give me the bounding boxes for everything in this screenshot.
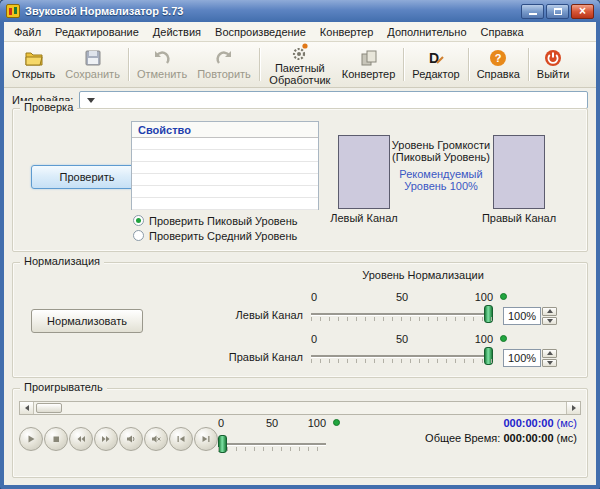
redo-button[interactable]: Повторить: [192, 44, 256, 85]
help-button[interactable]: ? Справка: [472, 44, 525, 85]
radio-unselected-icon: [133, 230, 144, 241]
check-button-label: Проверить: [59, 171, 114, 183]
app-window: Звуковой Нормализатор 5.73 × Файл Редакт…: [0, 0, 600, 489]
converter-button[interactable]: Конвертер: [337, 44, 400, 85]
scrollbar-track[interactable]: [34, 402, 566, 414]
title-bar[interactable]: Звуковой Нормализатор 5.73 ×: [0, 0, 600, 22]
previous-button[interactable]: [169, 427, 193, 451]
minimize-button[interactable]: [521, 4, 544, 19]
scroll-right-button[interactable]: [566, 402, 580, 414]
filename-row: Имя файла:: [12, 91, 588, 109]
batch-processor-button[interactable]: Пакетный Обработчик: [263, 44, 337, 85]
check-group-label: Проверка: [20, 101, 77, 113]
volume-button[interactable]: [119, 427, 143, 451]
up-arrow-icon: [547, 351, 553, 355]
editor-button[interactable]: D Редактор: [407, 44, 464, 85]
scale-50: 50: [396, 333, 408, 345]
table-row: [132, 198, 318, 210]
filename-combobox[interactable]: [79, 91, 588, 109]
radio-average-level[interactable]: Проверить Средний Уровень: [133, 228, 333, 243]
check-button[interactable]: Проверить: [31, 165, 143, 189]
undo-button[interactable]: Отменить: [132, 44, 192, 85]
left-spin-up-button[interactable]: [542, 307, 557, 316]
scale-0: 0: [311, 333, 317, 345]
right-channel-slider[interactable]: [311, 347, 493, 365]
normalize-button[interactable]: Нормализовать: [31, 309, 143, 333]
right-slider-scale: 0 50 100: [311, 333, 493, 345]
green-indicator-icon: [500, 335, 507, 342]
properties-table[interactable]: Свойство: [131, 121, 319, 210]
position-scrollbar[interactable]: [19, 401, 581, 415]
window-title: Звуковой Нормализатор 5.73: [25, 5, 516, 17]
menu-item-edit[interactable]: Редактирование: [48, 23, 146, 41]
scale-100: 100: [475, 333, 493, 345]
toolbar: Открыть Сохранить Отменить Повторить: [4, 42, 596, 88]
player-group-label: Проигрыватель: [20, 381, 107, 393]
toolbar-separator: [468, 48, 469, 81]
combobox-dropdown-icon[interactable]: [87, 98, 95, 103]
play-button[interactable]: [19, 427, 43, 451]
next-icon: [201, 434, 211, 444]
left-channel-label: Левый Канал: [213, 309, 303, 321]
right-spin-up-button[interactable]: [542, 349, 557, 358]
stop-button[interactable]: [44, 427, 68, 451]
open-button-label: Открыть: [12, 69, 55, 81]
left-level-value[interactable]: 100%: [503, 307, 541, 325]
previous-icon: [176, 434, 186, 444]
converter-icon: [359, 48, 379, 68]
right-level-value[interactable]: 100%: [503, 349, 541, 367]
exit-button-label: Выйти: [537, 69, 570, 81]
scale-50: 50: [396, 291, 408, 303]
player-slider-thumb[interactable]: [218, 435, 227, 453]
menu-item-file[interactable]: Файл: [7, 23, 48, 41]
green-indicator-icon: [500, 293, 507, 300]
save-button[interactable]: Сохранить: [60, 44, 125, 85]
normalization-group-label: Нормализация: [20, 255, 104, 267]
open-button[interactable]: Открыть: [7, 44, 60, 85]
maximize-button[interactable]: [546, 4, 569, 19]
right-arrow-icon: [572, 405, 576, 411]
undo-button-label: Отменить: [137, 69, 187, 81]
left-slider-thumb[interactable]: [484, 305, 493, 323]
scrollbar-thumb[interactable]: [36, 403, 62, 413]
help-button-label: Справка: [477, 69, 520, 81]
scale-100: 100: [475, 291, 493, 303]
open-folder-icon: [24, 48, 44, 68]
right-channel-label: Правый Канал: [213, 351, 303, 363]
scroll-left-button[interactable]: [20, 402, 34, 414]
menu-item-extra[interactable]: Дополнительно: [380, 23, 473, 41]
help-icon: ?: [488, 48, 508, 68]
forward-button[interactable]: [94, 427, 118, 451]
toolbar-separator: [128, 48, 129, 81]
player-slider-scale: 0 50 100: [218, 417, 326, 429]
right-slider-thumb[interactable]: [484, 347, 493, 365]
check-mode-radios: Проверить Пиковый Уровень Проверить Сред…: [133, 213, 333, 243]
next-button[interactable]: [194, 427, 218, 451]
svg-text:?: ?: [495, 52, 502, 64]
close-button[interactable]: ×: [571, 4, 594, 19]
table-row: [132, 162, 318, 174]
mute-button[interactable]: [144, 427, 168, 451]
player-position-slider[interactable]: [218, 435, 326, 453]
rewind-button[interactable]: [69, 427, 93, 451]
app-body: Файл Редактирование Действия Воспроизвед…: [4, 22, 596, 485]
redo-button-label: Повторить: [197, 69, 251, 81]
scale-100: 100: [308, 417, 326, 429]
editor-icon: D: [426, 48, 446, 68]
normalization-group: Нормализация Уровень Нормализации Нормал…: [12, 262, 588, 378]
menu-item-playback[interactable]: Воспроизведение: [208, 23, 313, 41]
undo-icon: [152, 48, 172, 68]
current-time: 000:00:00 (мс): [503, 417, 577, 429]
save-button-label: Сохранить: [65, 69, 120, 81]
table-row: [132, 138, 318, 150]
exit-button[interactable]: Выйти: [532, 44, 575, 85]
right-spin-down-button[interactable]: [542, 359, 557, 368]
down-arrow-icon: [547, 361, 553, 365]
table-row: [132, 150, 318, 162]
left-channel-slider[interactable]: [311, 305, 493, 323]
menu-item-help[interactable]: Справка: [474, 23, 531, 41]
menu-item-actions[interactable]: Действия: [146, 23, 208, 41]
menu-item-converter[interactable]: Конвертер: [313, 23, 380, 41]
left-spin-down-button[interactable]: [542, 317, 557, 326]
radio-peak-level[interactable]: Проверить Пиковый Уровень: [133, 213, 333, 228]
